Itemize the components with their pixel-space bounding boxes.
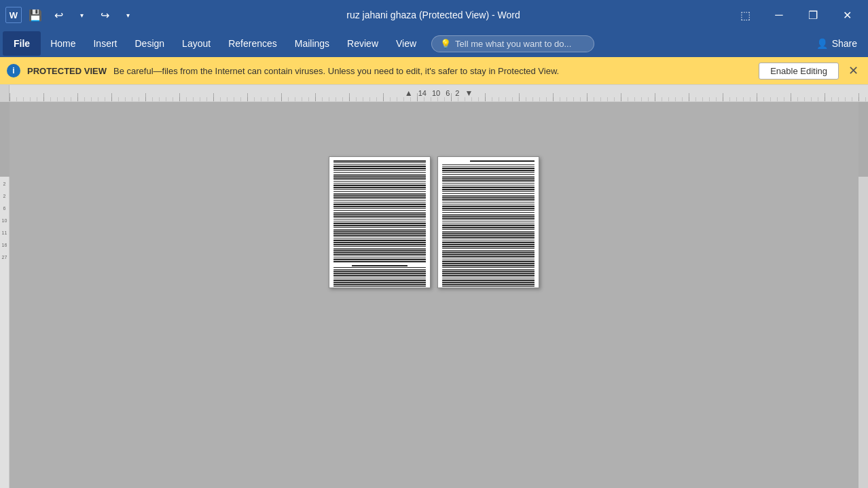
main-layout: ▲ 14 10 6 2 ▼ 2 2 6 10 11 16 27 xyxy=(0,84,868,488)
vruler-2b: 2 xyxy=(3,190,6,203)
tell-me-input[interactable]: 💡 Tell me what you want to do... xyxy=(431,35,594,52)
vruler-27: 27 xyxy=(2,251,7,264)
document-page-2 xyxy=(437,156,539,288)
ribbon-collapse-button[interactable]: ⬚ xyxy=(729,5,761,25)
redo-button[interactable]: ↪ xyxy=(95,5,114,24)
tell-me-placeholder: Tell me what you want to do... xyxy=(455,39,571,49)
lightbulb-icon: 💡 xyxy=(440,39,451,49)
word-icon: W xyxy=(5,7,22,23)
vruler-10: 10 xyxy=(2,215,7,227)
ruler-up-arrow[interactable]: ▲ xyxy=(405,88,413,98)
ruler-corner xyxy=(0,85,10,101)
ruler-num-14: 14 xyxy=(418,89,427,97)
vruler-2a: 2 xyxy=(3,178,6,190)
vertical-ruler: 2 2 6 10 11 16 27 xyxy=(0,177,10,488)
horizontal-ruler: ▲ 14 10 6 2 ▼ xyxy=(10,85,868,101)
protected-view-bar: i PROTECTED VIEW Be careful—files from t… xyxy=(0,57,868,84)
protected-view-message: Be careful—files from the Internet can c… xyxy=(113,66,752,76)
ruler-num-6: 6 xyxy=(446,89,450,97)
minimize-button[interactable]: ─ xyxy=(763,5,795,25)
menu-layout[interactable]: Layout xyxy=(174,31,219,56)
protected-view-label: PROTECTED VIEW xyxy=(27,66,107,76)
vertical-scrollbar[interactable] xyxy=(858,177,868,488)
share-label: Share xyxy=(832,38,857,49)
undo-button[interactable]: ↩ xyxy=(49,5,68,24)
vruler-11: 11 xyxy=(2,227,7,239)
ribbon-menu-bar: File Home Insert Design Layout Reference… xyxy=(0,30,868,57)
title-bar: W 💾 ↩ ▾ ↪ ▾ ruz jahani ghaza (Protected … xyxy=(0,0,868,30)
info-icon: i xyxy=(7,64,20,77)
ruler-num-10: 10 xyxy=(432,89,440,97)
page-1-content xyxy=(329,157,430,287)
ruler-row: ▲ 14 10 6 2 ▼ xyxy=(0,84,868,102)
share-button[interactable]: 👤 Share xyxy=(808,35,865,52)
close-button[interactable]: ✕ xyxy=(831,5,863,25)
window-controls: ⬚ ─ ❐ ✕ xyxy=(729,5,863,25)
share-icon: 👤 xyxy=(816,38,828,49)
menu-insert[interactable]: Insert xyxy=(85,31,125,56)
document-page-1 xyxy=(329,156,431,288)
menu-review[interactable]: Review xyxy=(339,31,386,56)
protected-bar-close-button[interactable]: ✕ xyxy=(846,63,861,78)
vruler-6: 6 xyxy=(3,203,6,215)
menu-view[interactable]: View xyxy=(388,31,424,56)
ruler-num-2: 2 xyxy=(455,89,459,97)
save-button[interactable]: 💾 xyxy=(26,5,45,24)
page-2-content xyxy=(438,157,539,287)
menu-file[interactable]: File xyxy=(3,31,41,56)
menu-references[interactable]: References xyxy=(220,31,285,56)
menu-design[interactable]: Design xyxy=(127,31,173,56)
tell-me-area: 💡 Tell me what you want to do... xyxy=(426,35,807,52)
title-bar-left: W 💾 ↩ ▾ ↪ ▾ xyxy=(5,5,137,24)
restore-button[interactable]: ❐ xyxy=(797,5,829,25)
document-title: ruz jahani ghaza (Protected View) - Word xyxy=(137,10,729,20)
vruler-16: 16 xyxy=(2,239,7,251)
ruler-down-arrow[interactable]: ▼ xyxy=(465,88,473,98)
enable-editing-button[interactable]: Enable Editing xyxy=(759,63,839,80)
customize-button[interactable]: ▾ xyxy=(118,5,137,24)
undo-dropdown-button[interactable]: ▾ xyxy=(72,5,91,24)
menu-mailings[interactable]: Mailings xyxy=(287,31,338,56)
menu-home[interactable]: Home xyxy=(42,31,84,56)
document-content-area: 2 2 6 10 11 16 27 xyxy=(0,102,868,488)
